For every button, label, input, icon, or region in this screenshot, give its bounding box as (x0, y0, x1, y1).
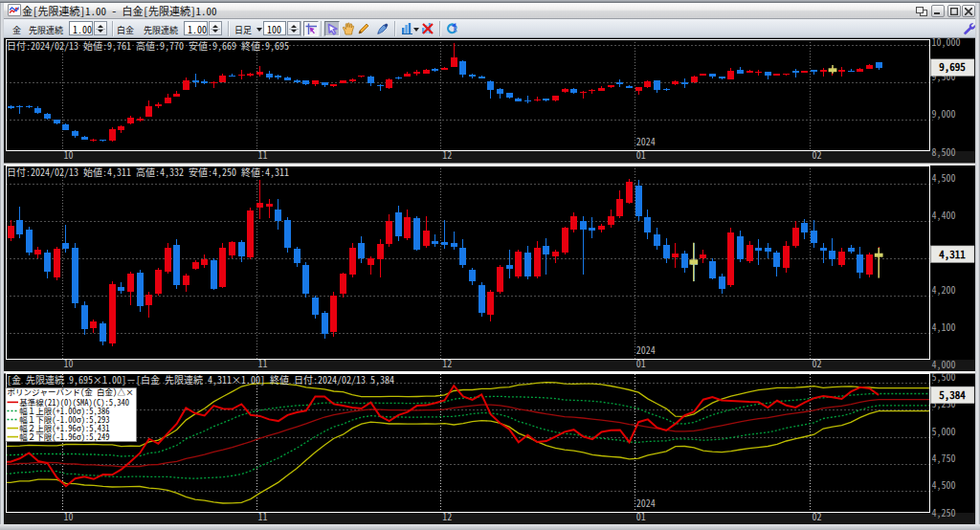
candle-body (709, 74, 716, 77)
candle-body (173, 245, 180, 286)
icon-shape (326, 23, 339, 35)
candle-body (100, 323, 106, 342)
window-frame-right (975, 3, 980, 524)
symbol2-series-label: 先限連続 (144, 24, 178, 36)
candle-body (44, 253, 51, 272)
bar-count-spinner[interactable] (287, 21, 301, 35)
settings-wrench-button[interactable] (961, 21, 976, 36)
candle-body (811, 70, 817, 71)
candle-body (589, 90, 595, 91)
bar-count-input[interactable] (263, 21, 286, 35)
axis-strip (4, 360, 975, 371)
scale-label: 5,000 (932, 424, 956, 438)
candle-body (543, 99, 549, 100)
axis-month-label: 11 (258, 356, 268, 370)
candle-body (395, 212, 402, 236)
candle-body (266, 74, 273, 77)
icon-shape (342, 22, 355, 35)
candle-body (626, 86, 633, 88)
candle-body (719, 276, 725, 289)
candle-body (487, 81, 494, 90)
candle-body (330, 84, 337, 86)
axis-month-label: 02 (812, 509, 821, 523)
scale-label: 4,400 (932, 208, 956, 222)
candle-body (857, 254, 863, 273)
chart-type-button[interactable] (399, 21, 414, 36)
candle-body (145, 106, 152, 117)
candle-body (719, 77, 725, 78)
scale-label: 8,500 (932, 144, 956, 159)
candle-body (635, 87, 642, 91)
candle-body (368, 77, 374, 83)
candle-body (368, 258, 374, 265)
candle-body (16, 106, 23, 107)
candle-body (26, 106, 33, 107)
period-dropdown-arrow-icon[interactable] (256, 28, 262, 32)
scale-label: 4,250 (932, 505, 956, 519)
chart-type-dropdown-arrow-icon[interactable] (413, 28, 419, 32)
symbol2-multiplier-input[interactable] (184, 21, 208, 35)
icon-shape (305, 23, 318, 35)
symbol1-series-label: 先限連続 (29, 24, 63, 36)
candle-body (358, 243, 365, 258)
select-arrow-tool-button[interactable] (324, 21, 340, 36)
candle-body (700, 74, 706, 75)
symbol2-multiplier-spinner[interactable] (209, 21, 222, 35)
candle-body (562, 228, 568, 253)
chart-canvas[interactable]: 1011120102202410,0009,5009,0008,500日付:20… (4, 38, 975, 524)
axis-month-label: 10 (64, 147, 74, 162)
symbol1-multiplier-input[interactable] (69, 21, 93, 35)
candle-body (635, 186, 642, 216)
candle-body (219, 76, 226, 82)
pencil-draw-tool-button[interactable] (356, 21, 371, 36)
candle-body (72, 248, 78, 303)
chart-delete-button[interactable] (420, 21, 435, 36)
candle-body (506, 265, 513, 269)
candle-body (219, 248, 226, 287)
marker-draw-tool-button[interactable] (374, 21, 390, 36)
panel-info-text: 日付:2024/02/13 始値:4,311 高値:4,332 安値:4,250… (7, 165, 289, 179)
candle-body (44, 114, 51, 119)
spinner-divider (211, 29, 220, 30)
candle-body (497, 267, 503, 292)
candle-body (127, 274, 134, 292)
candle-body (386, 221, 392, 245)
candle-body (229, 76, 235, 77)
candle-body (451, 243, 457, 247)
candle-body (746, 245, 753, 262)
icon-shape (421, 22, 434, 34)
icon-shape (309, 28, 315, 34)
candle-body (349, 79, 356, 81)
maximize-button[interactable] (947, 5, 961, 17)
spinner-divider (96, 29, 105, 30)
scale-label: 4,500 (932, 477, 956, 492)
candle-body (746, 71, 753, 73)
candle-body (173, 94, 180, 97)
period-dropdown-label[interactable]: 日足 (234, 24, 252, 36)
chart-cursor-tool-button[interactable] (303, 21, 319, 36)
candle-body (598, 88, 605, 91)
candle-body (118, 126, 124, 129)
candle-body (552, 96, 559, 100)
candle-body (192, 262, 199, 269)
candle-body (848, 71, 855, 72)
close-button[interactable] (962, 5, 975, 17)
legend-row-label: 幅２下限(-1.96σ):5,249 (19, 431, 109, 442)
symbol1-multiplier-spinner[interactable] (94, 21, 107, 35)
hand-pan-tool-button[interactable] (341, 21, 356, 36)
candle-body (432, 241, 438, 244)
candle-body (469, 75, 476, 77)
toolbar-separator (321, 21, 323, 36)
scale-label: 9,000 (932, 106, 956, 121)
icon-shape: R (445, 22, 458, 35)
cascade-windows-icon[interactable] (916, 7, 929, 18)
candle-body (377, 244, 384, 259)
candle-body (395, 77, 402, 78)
window-frame-bottom (0, 524, 980, 530)
candle-body (459, 61, 466, 74)
minimize-button[interactable] (931, 5, 945, 17)
reload-button[interactable]: R (444, 21, 459, 36)
candle-body (755, 248, 762, 251)
axis-strip (4, 513, 975, 524)
toolbar-separator (394, 21, 396, 36)
